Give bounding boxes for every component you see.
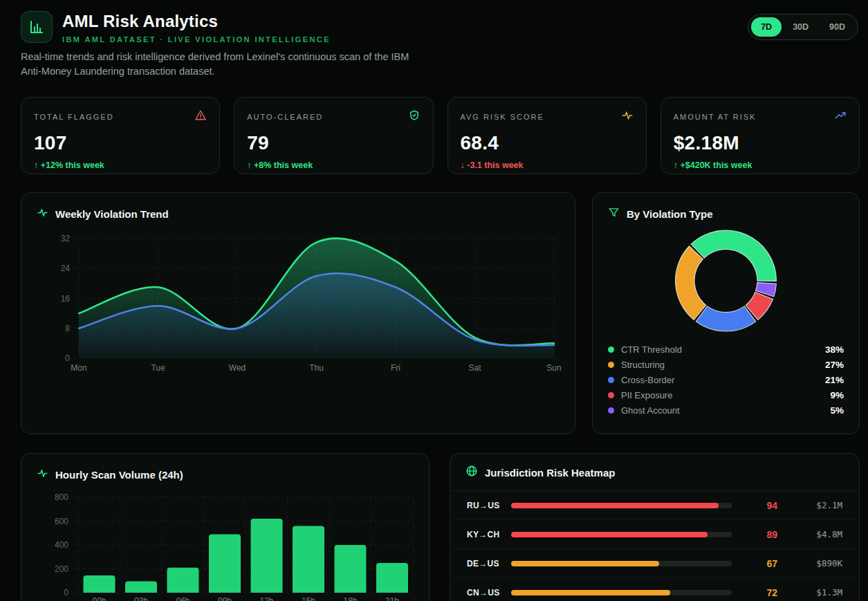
heatmap-row: CN→US72$1.3M [450,578,859,601]
legend-item[interactable]: Structuring27% [608,357,844,372]
amount-value: $890K [797,558,842,568]
legend-percent: 38% [825,344,844,355]
shield-check-icon [408,109,421,124]
time-range-switcher: 7D 30D 90D [748,14,858,40]
svg-text:Fri: Fri [391,363,400,373]
svg-text:Sat: Sat [468,363,481,373]
stat-value: 79 [247,132,420,154]
svg-text:800: 800 [55,492,68,502]
stat-delta: ↑ +8% this week [247,160,420,170]
route-label: KY→CH [467,530,511,539]
risk-bar-fill [511,590,670,595]
range-button-7d[interactable]: 7D [751,17,782,37]
amount-value: $1.3M [797,587,842,598]
heatmap-row: DE→US67$890K [450,549,859,578]
page-title: AML Risk Analytics [62,12,331,30]
amount-value: $2.1M [797,500,842,510]
svg-text:0: 0 [65,353,70,363]
svg-text:Thu: Thu [309,363,324,373]
legend-percent: 21% [825,375,844,385]
stat-label: TOTAL FLAGGED [34,113,114,121]
svg-text:09h: 09h [218,596,232,601]
legend-item[interactable]: Cross-Border21% [608,372,844,387]
page-description: Real-time trends and risk intelligence d… [21,50,425,79]
donut-legend: CTR Threshold38%Structuring27%Cross-Bord… [593,340,859,418]
legend-item[interactable]: Ghost Account5% [608,403,844,418]
svg-text:21h: 21h [385,596,399,601]
risk-bar-fill [511,503,719,508]
route-label: DE→US [467,559,511,568]
violation-type-panel: By Violation Type CTR Threshold38%Struct… [592,192,860,434]
svg-text:Wed: Wed [229,363,246,373]
stats-row: TOTAL FLAGGED 107 ↑ +12% this week AUTO-… [21,97,860,174]
stat-label: AUTO-CLEARED [247,113,323,121]
stat-label: AMOUNT AT RISK [674,113,757,121]
header-left: AML Risk Analytics IBM AML DATASET · LIV… [21,11,425,79]
legend-dot-icon [608,407,614,414]
risk-bar-track [511,532,732,537]
svg-text:24: 24 [61,263,71,273]
header: AML Risk Analytics IBM AML DATASET · LIV… [21,11,860,79]
svg-text:Sun: Sun [546,363,561,373]
svg-text:12h: 12h [259,596,273,601]
svg-text:15h: 15h [302,596,315,601]
svg-text:600: 600 [55,517,68,526]
risk-score: 67 [748,558,777,569]
heatmap-row: RU→US94$2.1M [450,491,859,520]
stat-value: $2.18M [674,132,847,154]
stat-value: 107 [34,132,207,154]
stat-delta: ↓ -3.1 this week [461,160,634,170]
legend-dot-icon [608,346,614,353]
legend-dot-icon [608,377,614,383]
route-label: CN→US [467,588,511,598]
trending-up-icon [834,109,847,124]
panel-title: Weekly Violation Trend [55,208,169,220]
aml-dashboard: AML Risk Analytics IBM AML DATASET · LIV… [0,0,868,601]
stat-card-amount-at-risk: AMOUNT AT RISK $2.18M ↑ +$420K this week [661,97,860,174]
risk-bar-track [511,590,732,595]
panel-title: Jurisdiction Risk Heatmap [485,467,615,479]
svg-text:18h: 18h [343,596,357,601]
risk-bar-fill [511,532,708,537]
range-button-90d[interactable]: 90D [820,17,855,37]
risk-bar-track [511,561,732,566]
legend-label: CTR Threshold [621,344,825,355]
legend-label: Ghost Account [621,405,830,416]
legend-percent: 5% [830,405,844,416]
legend-label: Structuring [621,360,825,370]
hourly-volume-panel: Hourly Scan Volume (24h) 020040060080000… [21,453,430,601]
funnel-icon [608,207,620,221]
risk-score: 72 [748,587,777,598]
activity-icon [37,207,48,221]
route-label: RU→US [467,501,511,510]
range-button-30d[interactable]: 30D [783,17,818,37]
svg-text:Mon: Mon [71,363,86,373]
risk-bar-fill [511,561,659,566]
svg-text:03h: 03h [134,596,148,601]
stat-label: AVG RISK SCORE [461,113,544,121]
activity-icon [37,468,48,482]
panel-title: Hourly Scan Volume (24h) [55,469,183,481]
svg-text:16: 16 [61,294,71,304]
stat-delta: ↑ +$420K this week [674,160,847,170]
bar-chart-icon [21,11,53,43]
svg-text:400: 400 [55,540,68,550]
weekly-trend-chart[interactable]: 08162432MonTueWedThuFriSatSun [21,193,575,434]
alert-triangle-icon [194,109,207,124]
svg-text:Tue: Tue [151,363,165,373]
violation-type-donut-chart[interactable] [593,225,859,340]
legend-label: Cross-Border [621,375,825,385]
svg-text:8: 8 [65,324,70,333]
legend-percent: 27% [825,360,844,370]
legend-label: PII Exposure [621,390,830,400]
stat-value: 68.4 [461,132,634,154]
weekly-trend-panel: Weekly Violation Trend 08162432MonTueWed… [21,192,575,434]
panel-title: By Violation Type [627,208,712,220]
svg-text:00h: 00h [92,596,106,601]
legend-item[interactable]: CTR Threshold38% [608,342,844,357]
svg-text:0: 0 [64,588,68,598]
heatmap-row: KY→CH89$4.8M [450,520,859,549]
amount-value: $4.8M [797,529,842,539]
legend-item[interactable]: PII Exposure9% [608,387,844,403]
risk-score: 94 [748,500,777,511]
